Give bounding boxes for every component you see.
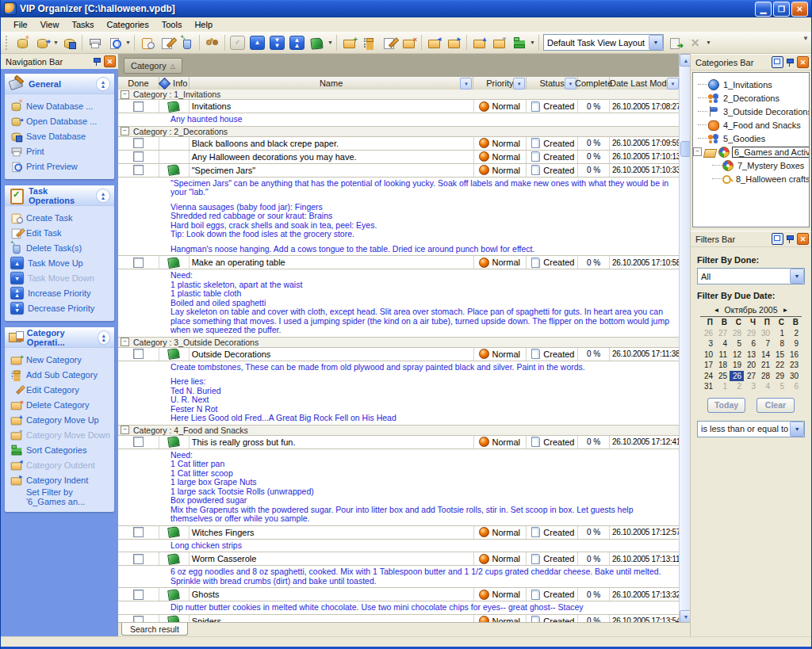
layout-overflow-dropdown[interactable]: ▼ xyxy=(705,33,712,52)
nav-item-save-database[interactable]: Save Database xyxy=(10,128,113,143)
group-by-category-tab[interactable]: Category △ xyxy=(124,58,182,74)
done-checkbox[interactable] xyxy=(133,590,144,600)
toolbar-overflow-button[interactable]: ▼ xyxy=(802,35,809,42)
menu-view[interactable]: View xyxy=(34,18,66,31)
done-checkbox[interactable] xyxy=(133,527,144,537)
done-checkbox[interactable] xyxy=(133,554,144,564)
tree-item-5-goodies[interactable]: 5_Goodies xyxy=(693,132,809,145)
nav-item-print[interactable]: Print xyxy=(10,143,113,158)
add-sub-category-button[interactable] xyxy=(359,33,379,52)
tree-item-7-mystery-boxes[interactable]: 7_Mystery Boxes xyxy=(693,158,809,172)
nav-item-increase-priority[interactable]: ▲▲Increase Priority xyxy=(10,285,113,300)
vertical-scrollbar[interactable]: ▲ ▼ xyxy=(679,54,691,623)
nav-item-set-filter-by-6-games-an[interactable]: Set Filter by '6_Games an... xyxy=(10,487,113,506)
task-move-up-button[interactable]: ▲ xyxy=(247,33,267,52)
nav-item-print-preview[interactable]: Print Preview xyxy=(10,158,113,174)
calendar-day[interactable]: 6 xyxy=(744,338,758,349)
pin-icon[interactable] xyxy=(785,57,795,67)
collapse-icon[interactable] xyxy=(121,90,129,99)
category-indent-button[interactable]: ► xyxy=(444,33,464,52)
nav-item-task-move-down[interactable]: ▼Task Move Down xyxy=(10,270,113,285)
nav-item-task-move-up[interactable]: ▲Task Move Up xyxy=(10,255,113,270)
nav-item-delete-task-s[interactable]: Delete Task(s) xyxy=(10,240,113,255)
calendar-prev-icon[interactable]: ◄ xyxy=(714,307,720,314)
calendar-day[interactable]: 2 xyxy=(730,381,744,392)
menu-tasks[interactable]: Tasks xyxy=(65,18,100,31)
category-group-row[interactable]: Category : 1_Invitations xyxy=(118,90,680,100)
print-preview-button[interactable] xyxy=(105,33,124,52)
create-task-button[interactable] xyxy=(137,33,157,52)
collapse-icon[interactable] xyxy=(121,338,129,346)
calendar-day[interactable]: 12 xyxy=(730,349,744,361)
calendar-day[interactable]: 28 xyxy=(758,371,772,382)
chevron-down-icon[interactable]: ▼ xyxy=(790,269,804,284)
calendar-day[interactable]: 13 xyxy=(744,349,758,361)
menu-file[interactable]: File xyxy=(7,18,34,31)
calendar-day[interactable]: 27 xyxy=(715,328,730,339)
calendar-day[interactable]: 30 xyxy=(787,371,801,382)
calendar-day[interactable]: 1 xyxy=(715,381,730,392)
sort-categories-button[interactable] xyxy=(509,33,529,52)
calendar-day[interactable]: 4 xyxy=(715,338,730,349)
task-row[interactable]: Witches FingersNormalCreated0 %26.10.200… xyxy=(118,526,680,540)
nav-group-header[interactable]: Category Operati...▲▲ xyxy=(5,327,114,348)
search-button[interactable] xyxy=(202,33,222,52)
close-panel-icon[interactable]: ✕ xyxy=(797,233,809,245)
calendar-day[interactable]: 29 xyxy=(744,328,758,339)
calendar-day[interactable]: 10 xyxy=(701,349,715,361)
close-button[interactable]: ✕ xyxy=(791,2,808,17)
calendar-day[interactable]: 27 xyxy=(744,371,758,382)
layout-combo[interactable]: Default Task View Layout ▼ xyxy=(543,34,664,51)
new-category-button[interactable]: + xyxy=(339,33,359,52)
nav-item-edit-category[interactable]: Edit Category xyxy=(10,382,113,397)
calendar-day[interactable]: 3 xyxy=(701,338,715,349)
calendar-day[interactable]: 19 xyxy=(730,360,744,371)
nav-group-header[interactable]: General▲▲ xyxy=(5,74,114,94)
float-panel-icon[interactable] xyxy=(772,233,783,245)
edit-task-button[interactable] xyxy=(157,33,177,52)
tree-item-8-halloween-crafts[interactable]: 8_Halloween crafts xyxy=(693,172,809,185)
collapse-icon[interactable] xyxy=(121,127,129,136)
calendar-day[interactable]: 23 xyxy=(787,360,801,371)
nav-item-sort-categories[interactable]: Sort Categories xyxy=(10,442,113,457)
close-panel-icon[interactable]: ✕ xyxy=(797,56,809,68)
done-checkbox[interactable] xyxy=(133,165,144,175)
layout-combo-dropdown-icon[interactable]: ▼ xyxy=(649,35,663,50)
date-condition-select[interactable]: is less than or equal to ▼ xyxy=(697,421,805,437)
nav-item-decrease-priority[interactable]: ▼▼Decrease Priority xyxy=(10,300,113,315)
task-row[interactable]: Outside DecorationsNormalCreated0 %26.10… xyxy=(118,348,680,361)
close-panel-icon[interactable]: ✕ xyxy=(104,55,116,67)
calendar-day[interactable]: 18 xyxy=(715,360,730,371)
calendar-day[interactable]: 3 xyxy=(744,381,758,392)
collapse-chevron-icon[interactable]: ▲▲ xyxy=(96,77,110,91)
calendar-next-icon[interactable]: ► xyxy=(782,307,788,314)
calendar-day[interactable]: 4 xyxy=(758,381,772,392)
done-checkbox[interactable] xyxy=(133,151,144,162)
calendar-day[interactable]: 11 xyxy=(715,349,730,361)
calendar-day[interactable]: 15 xyxy=(772,349,787,361)
filter-by-done-select[interactable]: All ▼ xyxy=(697,268,805,284)
task-move-down-button[interactable]: ▼▼ xyxy=(267,33,287,52)
nav-item-new-category[interactable]: +New Category xyxy=(10,352,113,367)
collapse-chevron-icon[interactable]: ▲▲ xyxy=(98,330,110,345)
column-date-last-modified[interactable]: Date Last Modified▼ xyxy=(610,77,680,90)
print-dropdown[interactable]: ▼ xyxy=(124,33,132,52)
category-move-up-button[interactable]: ▲ xyxy=(469,33,489,52)
menu-categories[interactable]: Categories xyxy=(101,18,155,31)
calendar-day[interactable]: 25 xyxy=(715,371,730,382)
nav-item-category-move-down[interactable]: ▼Category Move Down xyxy=(10,427,113,442)
sort-dropdown[interactable]: ▼ xyxy=(529,33,536,52)
task-row[interactable]: InvitationsNormalCreated0 %26.10.2005 17… xyxy=(118,100,680,113)
view-notes-button[interactable] xyxy=(307,33,327,52)
task-row[interactable]: Worm CasseroleNormalCreated0 %26.10.2005… xyxy=(118,552,680,566)
column-info[interactable]: Info xyxy=(159,77,190,90)
tree-item-3-outside-decorations[interactable]: 3_Outside Decorations xyxy=(693,105,809,118)
tree-item-4-food-and-snacks[interactable]: 4_Food and Snacks xyxy=(693,118,809,132)
nav-item-category-move-up[interactable]: ▲Category Move Up xyxy=(10,412,113,427)
new-database-button[interactable] xyxy=(13,33,33,52)
today-button[interactable]: Today xyxy=(707,398,745,413)
category-move-down-button[interactable]: ▼ xyxy=(489,33,509,52)
open-database-dropdown[interactable]: ▼ xyxy=(52,33,59,52)
calendar-day[interactable]: 30 xyxy=(758,328,772,339)
delete-task-button[interactable] xyxy=(177,33,197,52)
